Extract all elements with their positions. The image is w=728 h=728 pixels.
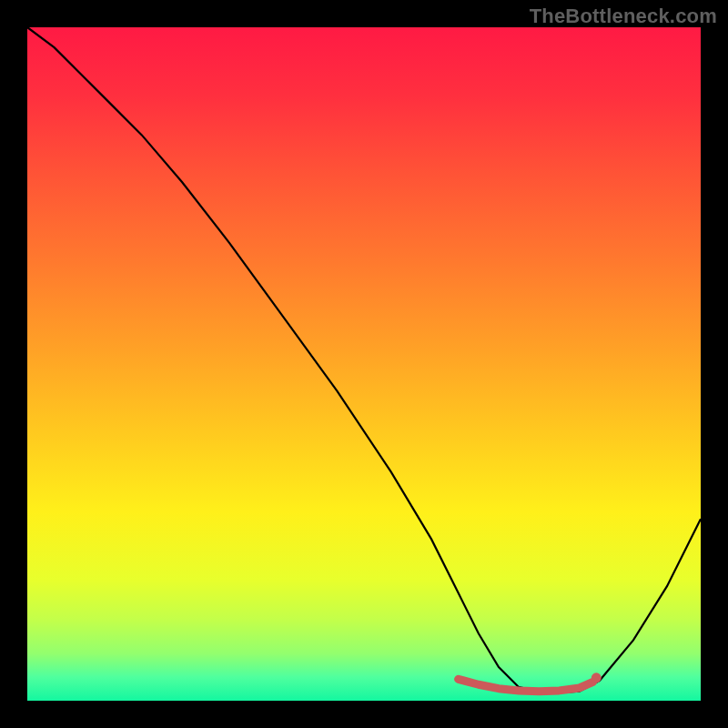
marker-layer (592, 672, 602, 682)
bottleneck-chart (0, 0, 728, 728)
optimal-end-dot (592, 672, 602, 682)
gradient-background (27, 27, 701, 701)
watermark-text: TheBottleneck.com (530, 5, 717, 28)
chart-container: TheBottleneck.com (0, 0, 728, 728)
